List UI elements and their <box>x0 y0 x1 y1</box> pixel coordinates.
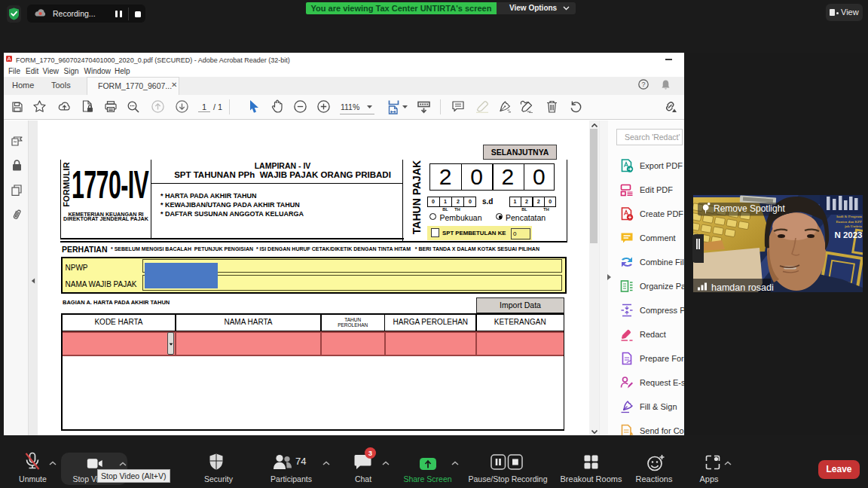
svg-text:?: ? <box>641 81 645 88</box>
svg-text:N 2023: N 2023 <box>834 230 862 239</box>
svg-text:hamdan rosadi: hamdan rosadi <box>711 282 774 292</box>
svg-text:Remove Spotlight: Remove Spotlight <box>714 203 785 214</box>
svg-text:jak Untirta: jak Untirta <box>844 224 863 228</box>
svg-text:hadi & Program: hadi & Program <box>836 215 862 218</box>
svg-text:Banten dan KPP: Banten dan KPP <box>836 220 862 224</box>
